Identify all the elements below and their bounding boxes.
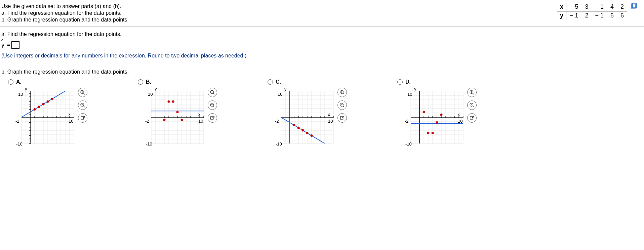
svg-point-184 [306, 132, 309, 134]
svg-text:10: 10 [328, 119, 333, 124]
svg-text:y: y [25, 88, 27, 91]
svg-line-193 [343, 93, 344, 94]
svg-text:y: y [155, 88, 157, 91]
svg-text:10: 10 [69, 119, 73, 124]
prompt-part-a: a. Find the regression equation for the … [1, 10, 542, 16]
part-a-heading: a. Find the regression equation for the … [1, 31, 643, 37]
choice-a: A. [8, 79, 87, 152]
choice-d: D. [397, 79, 477, 152]
x-label: x [557, 3, 566, 11]
x-value: 3 [581, 3, 592, 11]
zoom-in-button[interactable] [208, 88, 217, 97]
part-a-section: a. Find the regression equation for the … [0, 28, 644, 66]
svg-point-125 [181, 119, 183, 121]
x-value: 2 [617, 3, 627, 11]
prompt-intro: Use the given data set to answer parts (… [1, 3, 542, 9]
zoom-out-button[interactable] [467, 100, 477, 110]
problem-text: Use the given data set to answer parts (… [0, 3, 544, 24]
svg-point-123 [172, 100, 174, 103]
popout-button[interactable] [208, 113, 217, 123]
svg-line-256 [473, 106, 474, 107]
svg-text:10: 10 [278, 92, 282, 97]
zoom-in-button[interactable] [467, 88, 477, 97]
x-value: 5 [566, 3, 581, 11]
data-and-tools: x 5 3 1 4 2 y − 1 2 − 1 6 6 [544, 3, 644, 24]
choice-c: C. [268, 79, 347, 152]
svg-text:10: 10 [407, 92, 412, 97]
svg-text:x: x [198, 112, 201, 117]
part-b-heading: b. Graph the regression equation and the… [1, 69, 643, 75]
svg-text:10: 10 [18, 92, 23, 97]
zoom-in-button[interactable] [78, 88, 87, 97]
radio-c[interactable] [268, 79, 273, 85]
svg-rect-199 [340, 117, 343, 119]
svg-point-65 [47, 100, 49, 103]
problem-header: Use the given data set to answer parts (… [0, 0, 644, 27]
y-value: 2 [581, 11, 592, 20]
choice-a-label: A. [16, 79, 22, 85]
svg-point-122 [168, 100, 170, 103]
svg-point-63 [38, 106, 40, 108]
equals-sign: = [7, 42, 10, 48]
popout-button[interactable] [337, 113, 347, 123]
data-table: x 5 3 1 4 2 y − 1 2 − 1 6 6 [557, 3, 627, 20]
svg-point-62 [34, 108, 36, 111]
graph-d: y 10 x 10 -2 -10 [397, 88, 465, 152]
svg-point-243 [436, 121, 438, 124]
svg-text:-10: -10 [405, 141, 412, 147]
svg-text:-2: -2 [15, 119, 19, 124]
book-icon[interactable] [631, 3, 637, 11]
radio-b[interactable] [138, 79, 143, 85]
x-value: 4 [607, 3, 617, 11]
svg-point-181 [293, 124, 295, 126]
y-value: 6 [617, 11, 627, 20]
choice-c-label: C. [276, 79, 281, 85]
svg-point-124 [176, 111, 179, 113]
regression-equation: y = [1, 41, 643, 49]
svg-rect-80 [81, 117, 84, 119]
svg-point-121 [163, 119, 166, 121]
svg-text:-2: -2 [145, 119, 149, 124]
prompt-part-b: b. Graph the regression equation and the… [1, 17, 542, 23]
svg-text:x: x [328, 112, 330, 117]
svg-point-240 [423, 111, 425, 113]
svg-text:-10: -10 [16, 141, 23, 147]
popout-button[interactable] [467, 113, 477, 123]
svg-line-78 [83, 106, 85, 107]
svg-line-133 [213, 93, 214, 94]
svg-text:x: x [458, 112, 460, 117]
svg-text:-10: -10 [146, 141, 152, 147]
svg-text:10: 10 [148, 92, 153, 97]
y-value: − 1 [566, 11, 581, 20]
graph-c: y 10 x 10 -2 -10 [268, 88, 335, 152]
zoom-out-button[interactable] [78, 100, 87, 110]
radio-d[interactable] [397, 79, 403, 85]
svg-text:-2: -2 [275, 119, 279, 124]
svg-point-244 [440, 114, 443, 116]
y-hat-symbol: y [1, 42, 4, 49]
zoom-in-button[interactable] [337, 88, 347, 97]
svg-text:y: y [284, 88, 287, 91]
svg-line-74 [83, 93, 85, 94]
svg-text:10: 10 [458, 119, 462, 124]
part-b-section: b. Graph the regression equation and the… [0, 66, 644, 158]
graph-a: y 10 x 10 -2 -10 [8, 88, 75, 152]
svg-point-185 [311, 134, 313, 137]
svg-text:y: y [414, 88, 416, 91]
radio-a[interactable] [8, 79, 13, 85]
y-value: − 1 [592, 11, 607, 20]
zoom-out-button[interactable] [208, 100, 217, 110]
svg-line-197 [343, 106, 344, 107]
popout-button[interactable] [78, 113, 87, 123]
choice-b-label: B. [146, 79, 151, 85]
x-value: 1 [592, 3, 607, 11]
graph-b: y 10 x 10 -2 -10 [138, 88, 205, 152]
y-value: 6 [607, 11, 617, 20]
svg-point-242 [432, 132, 434, 134]
svg-point-182 [297, 127, 300, 129]
svg-point-241 [427, 132, 430, 134]
zoom-out-button[interactable] [337, 100, 347, 110]
answer-input[interactable] [11, 41, 19, 49]
answer-hint: (Use integers or decimals for any number… [1, 53, 643, 59]
svg-line-252 [473, 93, 474, 94]
